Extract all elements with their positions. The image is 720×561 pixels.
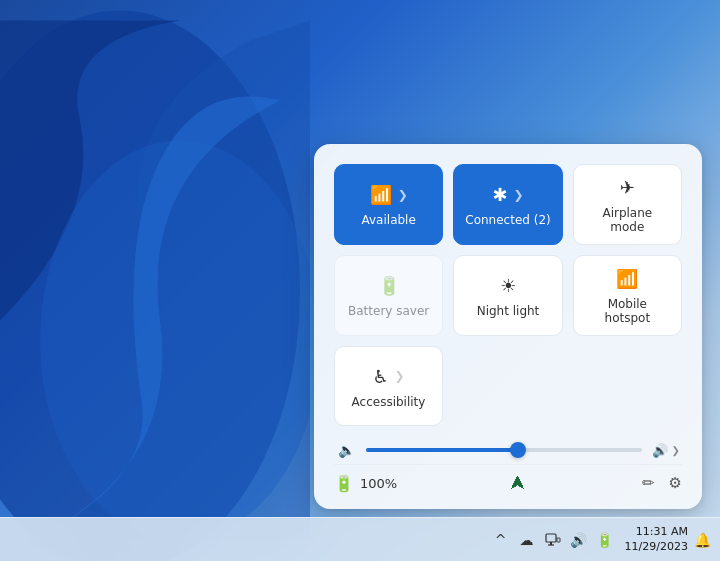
accessibility-arrow-icon: ❯ bbox=[395, 369, 405, 383]
battery-saver-toggle[interactable]: 🔋 Battery saver bbox=[334, 255, 443, 336]
taskbar-date-display: 11/29/2023 bbox=[625, 540, 688, 554]
wifi-label: Available bbox=[362, 213, 416, 227]
battery-percent: 100% bbox=[360, 476, 397, 491]
quick-settings-panel: 📶 ❯ Available ✱ ❯ Connected (2) ✈ Airpla… bbox=[314, 144, 702, 509]
settings-icon[interactable]: ⚙️ bbox=[669, 474, 682, 492]
volume-left-icon: 🔈 bbox=[336, 442, 356, 458]
battery-info: 🔋 100% bbox=[334, 474, 397, 493]
battery-saver-icon: 🔋 bbox=[378, 275, 400, 296]
taskbar-clock[interactable]: 11:31 AM 11/29/2023 bbox=[625, 525, 688, 554]
volume-slider-row: 🔈 🔊 ❯ bbox=[334, 442, 682, 458]
toggle-grid-row1: 📶 ❯ Available ✱ ❯ Connected (2) ✈ Airpla… bbox=[334, 164, 682, 245]
taskbar-cloud-icon[interactable]: ☁ bbox=[517, 530, 537, 550]
wifi-arrow-icon: ❯ bbox=[398, 188, 408, 202]
bluetooth-toggle[interactable]: ✱ ❯ Connected (2) bbox=[453, 164, 562, 245]
desktop-swirl bbox=[0, 0, 310, 561]
svg-rect-5 bbox=[557, 538, 560, 542]
bluetooth-label: Connected (2) bbox=[465, 213, 550, 227]
svg-rect-2 bbox=[546, 534, 556, 542]
toggle-grid-row2: 🔋 Battery saver ☀️ Night light 📶 Mobile … bbox=[334, 255, 682, 336]
battery-saver-label: Battery saver bbox=[348, 304, 429, 318]
edit-icon[interactable]: ✏️ bbox=[642, 474, 655, 492]
wifi-toggle[interactable]: 📶 ❯ Available bbox=[334, 164, 443, 245]
mobile-hotspot-toggle[interactable]: 📶 Mobile hotspot bbox=[573, 255, 682, 336]
notification-bell-icon[interactable]: 🔔 bbox=[692, 530, 712, 550]
accessibility-label: Accessibility bbox=[352, 395, 426, 409]
volume-slider-track[interactable] bbox=[366, 448, 642, 452]
taskbar: ^ ☁ 🔊 🔋 11:31 AM 11/29/2023 🔔 bbox=[0, 517, 720, 561]
night-light-toggle[interactable]: ☀️ Night light bbox=[453, 255, 562, 336]
wifi-icon: 📶 bbox=[370, 184, 392, 205]
taskbar-volume-icon[interactable]: 🔊 bbox=[569, 530, 589, 550]
night-light-label: Night light bbox=[477, 304, 540, 318]
accessibility-icon: ♿ bbox=[372, 366, 388, 387]
airplane-icon: ✈ bbox=[620, 177, 635, 198]
hotspot-icon: 📶 bbox=[616, 268, 638, 289]
battery-status-icon: 🔋 bbox=[334, 474, 354, 493]
taskbar-battery-icon[interactable]: 🔋 bbox=[595, 530, 615, 550]
taskbar-chevron-icon[interactable]: ^ bbox=[491, 530, 511, 550]
taskbar-time-display: 11:31 AM bbox=[636, 525, 688, 539]
desktop: 📶 ❯ Available ✱ ❯ Connected (2) ✈ Airpla… bbox=[0, 0, 720, 561]
accessibility-toggle[interactable]: ♿ ❯ Accessibility bbox=[334, 346, 443, 426]
footer-actions: ✏️ ⚙️ bbox=[642, 474, 682, 492]
svg-point-1 bbox=[40, 141, 310, 541]
airplane-label: Airplane mode bbox=[584, 206, 671, 234]
quick-settings-footer: 🔋 100% ⮝ ✏️ ⚙️ bbox=[334, 464, 682, 493]
cursor-area: ⮝ bbox=[510, 473, 530, 493]
cursor-icon: ⮝ bbox=[510, 473, 526, 492]
volume-slider-thumb[interactable] bbox=[510, 442, 526, 458]
taskbar-system-icons: ^ ☁ 🔊 🔋 bbox=[491, 530, 615, 550]
volume-slider-fill bbox=[366, 448, 518, 452]
taskbar-display-icon[interactable] bbox=[543, 530, 563, 550]
hotspot-label: Mobile hotspot bbox=[584, 297, 671, 325]
volume-settings-icon[interactable]: 🔊 ❯ bbox=[652, 443, 680, 458]
night-light-icon: ☀️ bbox=[500, 275, 516, 296]
toggle-grid-row3: ♿ ❯ Accessibility bbox=[334, 346, 682, 426]
bluetooth-icon: ✱ bbox=[492, 184, 507, 205]
airplane-toggle[interactable]: ✈ Airplane mode bbox=[573, 164, 682, 245]
bluetooth-arrow-icon: ❯ bbox=[514, 188, 524, 202]
